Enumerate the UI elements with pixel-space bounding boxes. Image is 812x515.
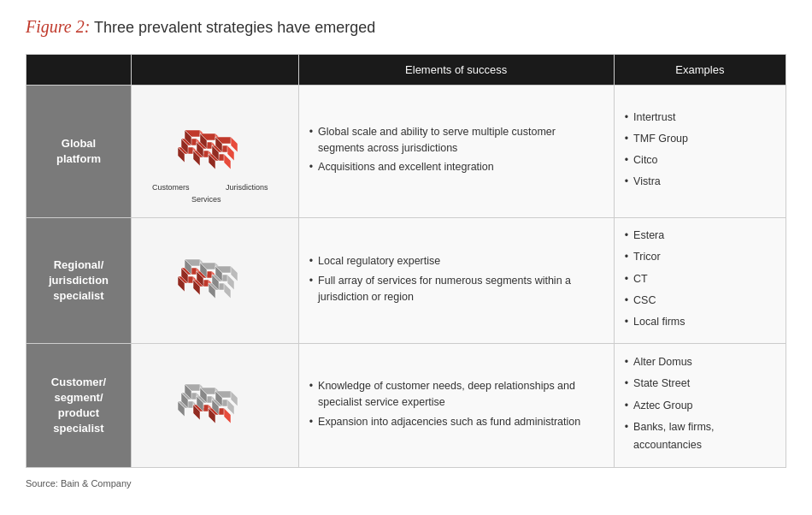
table-row: Customer/segment/productspecialist — [26, 344, 786, 468]
bullet-icon: • — [309, 414, 313, 430]
list-item: •CSC — [625, 292, 775, 310]
example-text: Intertrust — [633, 109, 675, 127]
bullet-icon: • — [309, 159, 313, 175]
bullet-icon: • — [625, 397, 628, 415]
elements-cell: •Knowledge of customer needs, deep relat… — [298, 344, 614, 468]
list-item: •Banks, law firms, accountancies — [625, 418, 775, 455]
example-text: Vistra — [633, 173, 661, 191]
list-item: •Global scale and ability to serve multi… — [309, 124, 603, 157]
icon-cell: Customers Jurisdictions Services — [132, 86, 299, 218]
list-item: •Full array of services for numerous seg… — [309, 273, 603, 305]
element-text: Local regulatory expertise — [318, 253, 440, 269]
list-item: •Expansion into adjacencies such as fund… — [309, 414, 603, 430]
table-header-row: Elements of success Examples — [26, 55, 786, 86]
svg-text:Jurisdictions: Jurisdictions — [226, 183, 268, 192]
examples-cell: •Intertrust•TMF Group•Citco•Vistra — [614, 86, 786, 218]
svg-text:Services: Services — [191, 195, 221, 204]
elements-cell: •Local regulatory expertise•Full array o… — [298, 218, 614, 344]
example-text: Tricor — [633, 248, 660, 266]
header-examples: Examples — [614, 55, 786, 86]
bullet-icon: • — [625, 151, 628, 169]
icon-cell — [132, 218, 299, 344]
element-text: Knowledge of customer needs, deep relati… — [318, 378, 603, 411]
icon-cell — [132, 344, 299, 468]
example-text: Citco — [633, 151, 657, 169]
examples-cell: •Alter Domus•State Street•Aztec Group•Ba… — [614, 344, 786, 468]
strategy-cell: Regional/jurisdictionspecialist — [26, 218, 132, 344]
header-icon — [132, 55, 299, 86]
bullet-icon: • — [309, 273, 313, 289]
element-text: Global scale and ability to serve multip… — [318, 124, 603, 157]
table-row: Regional/jurisdictionspecialist — [26, 218, 786, 344]
example-text: CT — [633, 270, 648, 288]
list-item: •Estera — [625, 227, 775, 245]
bullet-icon: • — [625, 418, 628, 436]
bullet-icon: • — [625, 248, 628, 266]
list-item: •Tricor — [625, 248, 775, 266]
bullet-icon: • — [309, 378, 313, 394]
example-text: Aztec Group — [633, 397, 692, 415]
header-elements: Elements of success — [298, 55, 614, 86]
header-strategy — [26, 55, 132, 86]
list-item: •CT — [625, 270, 775, 288]
example-text: Banks, law firms, accountancies — [633, 418, 775, 455]
bullet-icon: • — [625, 270, 628, 288]
page-container: Figure 2: Three prevalent strategies hav… — [26, 17, 786, 488]
list-item: •Local firms — [625, 313, 775, 331]
bullet-icon: • — [625, 173, 628, 191]
element-text: Acquisitions and excellent integration — [318, 159, 494, 175]
examples-cell: •Estera•Tricor•CT•CSC•Local firms — [614, 218, 786, 344]
svg-text:Customers: Customers — [152, 183, 190, 192]
strategy-cell: Customer/segment/productspecialist — [26, 344, 132, 468]
table-row: Globalplatform Customers — [26, 86, 786, 218]
bullet-icon: • — [625, 353, 628, 371]
list-item: •Intertrust — [625, 109, 775, 127]
strategy-cell: Globalplatform — [26, 86, 132, 218]
list-item: •Aztec Group — [625, 397, 775, 415]
list-item: •Citco — [625, 151, 775, 169]
elements-cell: •Global scale and ability to serve multi… — [298, 86, 614, 218]
bullet-icon: • — [625, 292, 628, 310]
bullet-icon: • — [625, 130, 628, 148]
list-item: •Acquisitions and excellent integration — [309, 159, 603, 175]
figure-label: Figure 2: — [26, 17, 90, 36]
bullet-icon: • — [625, 227, 628, 245]
list-item: •State Street — [625, 375, 775, 393]
example-text: Local firms — [633, 313, 685, 331]
figure-title: Figure 2: Three prevalent strategies hav… — [26, 17, 786, 37]
main-table: Elements of success Examples Globalplatf… — [26, 54, 786, 468]
bullet-icon: • — [625, 375, 628, 393]
bullet-icon: • — [309, 124, 313, 140]
list-item: •Knowledge of customer needs, deep relat… — [309, 378, 603, 411]
list-item: •Local regulatory expertise — [309, 253, 603, 269]
example-text: Estera — [633, 227, 664, 245]
example-text: Alter Domus — [633, 353, 692, 371]
bullet-icon: • — [625, 109, 628, 127]
element-text: Full array of services for numerous segm… — [318, 273, 603, 305]
list-item: •TMF Group — [625, 130, 775, 148]
list-item: •Alter Domus — [625, 353, 775, 371]
bullet-icon: • — [625, 313, 628, 331]
example-text: CSC — [633, 292, 656, 310]
bullet-icon: • — [309, 253, 313, 269]
figure-subtitle: Three prevalent strategies have emerged — [94, 19, 375, 36]
element-text: Expansion into adjacencies such as fund … — [318, 414, 580, 430]
example-text: TMF Group — [633, 130, 688, 148]
list-item: •Vistra — [625, 173, 775, 191]
source-text: Source: Bain & Company — [26, 478, 786, 488]
example-text: State Street — [633, 375, 690, 393]
